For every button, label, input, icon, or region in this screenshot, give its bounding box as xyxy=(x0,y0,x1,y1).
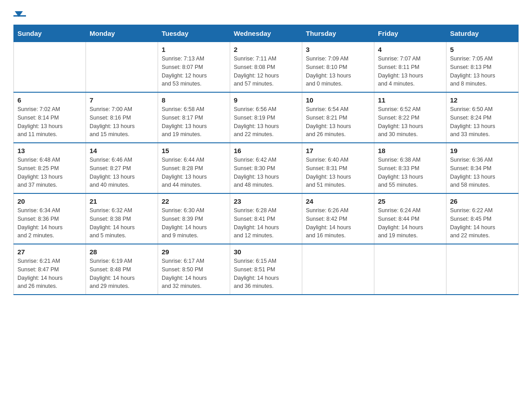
calendar-cell xyxy=(302,244,374,295)
day-number: 7 xyxy=(90,96,154,104)
calendar-cell: 13Sunrise: 6:48 AMSunset: 8:25 PMDayligh… xyxy=(14,143,86,193)
calendar-cell: 16Sunrise: 6:42 AMSunset: 8:30 PMDayligh… xyxy=(230,143,302,193)
calendar-week-row: 27Sunrise: 6:21 AMSunset: 8:47 PMDayligh… xyxy=(14,244,519,295)
day-number: 26 xyxy=(450,197,515,205)
day-number: 8 xyxy=(162,96,226,104)
header-wednesday: Wednesday xyxy=(230,25,302,42)
calendar-cell: 27Sunrise: 6:21 AMSunset: 8:47 PMDayligh… xyxy=(14,244,86,295)
day-number: 19 xyxy=(450,147,515,154)
day-number: 22 xyxy=(162,197,226,205)
day-number: 13 xyxy=(17,147,82,154)
calendar-cell: 29Sunrise: 6:17 AMSunset: 8:50 PMDayligh… xyxy=(158,244,230,295)
day-number: 24 xyxy=(306,197,370,205)
calendar-cell: 17Sunrise: 6:40 AMSunset: 8:31 PMDayligh… xyxy=(302,143,374,193)
day-info: Sunrise: 6:17 AMSunset: 8:50 PMDaylight:… xyxy=(162,257,226,291)
header-thursday: Thursday xyxy=(302,25,374,42)
day-number: 29 xyxy=(162,248,226,256)
calendar-cell: 2Sunrise: 7:11 AMSunset: 8:08 PMDaylight… xyxy=(230,42,302,93)
calendar-cell: 12Sunrise: 6:50 AMSunset: 8:24 PMDayligh… xyxy=(446,92,519,143)
day-info: Sunrise: 6:50 AMSunset: 8:24 PMDaylight:… xyxy=(450,105,515,139)
calendar-cell: 3Sunrise: 7:09 AMSunset: 8:10 PMDaylight… xyxy=(302,42,374,93)
calendar-week-row: 20Sunrise: 6:34 AMSunset: 8:36 PMDayligh… xyxy=(14,193,519,244)
logo-triangle-icon xyxy=(15,11,23,17)
day-number: 3 xyxy=(306,46,370,53)
day-number: 5 xyxy=(450,46,515,53)
day-info: Sunrise: 7:05 AMSunset: 8:13 PMDaylight:… xyxy=(450,55,515,88)
calendar-cell: 20Sunrise: 6:34 AMSunset: 8:36 PMDayligh… xyxy=(14,193,86,244)
day-number: 28 xyxy=(90,248,154,256)
calendar-week-row: 13Sunrise: 6:48 AMSunset: 8:25 PMDayligh… xyxy=(14,143,519,193)
day-info: Sunrise: 6:48 AMSunset: 8:25 PMDaylight:… xyxy=(17,156,82,189)
header-sunday: Sunday xyxy=(14,25,86,42)
day-number: 2 xyxy=(234,46,298,53)
day-info: Sunrise: 6:38 AMSunset: 8:33 PMDaylight:… xyxy=(378,156,442,189)
day-info: Sunrise: 6:32 AMSunset: 8:38 PMDaylight:… xyxy=(90,206,154,240)
calendar-table: SundayMondayTuesdayWednesdayThursdayFrid… xyxy=(13,25,519,295)
calendar-cell: 9Sunrise: 6:56 AMSunset: 8:19 PMDaylight… xyxy=(230,92,302,143)
day-number: 20 xyxy=(17,197,82,205)
calendar-cell: 24Sunrise: 6:26 AMSunset: 8:42 PMDayligh… xyxy=(302,193,374,244)
day-info: Sunrise: 6:26 AMSunset: 8:42 PMDaylight:… xyxy=(306,206,370,240)
day-info: Sunrise: 6:30 AMSunset: 8:39 PMDaylight:… xyxy=(162,206,226,240)
day-info: Sunrise: 6:36 AMSunset: 8:34 PMDaylight:… xyxy=(450,156,515,189)
logo xyxy=(13,9,26,17)
day-info: Sunrise: 7:11 AMSunset: 8:08 PMDaylight:… xyxy=(234,55,298,88)
calendar-cell: 4Sunrise: 7:07 AMSunset: 8:11 PMDaylight… xyxy=(374,42,446,93)
calendar-cell xyxy=(374,244,446,295)
header-saturday: Saturday xyxy=(446,25,519,42)
day-number: 18 xyxy=(378,147,442,154)
calendar-cell: 23Sunrise: 6:28 AMSunset: 8:41 PMDayligh… xyxy=(230,193,302,244)
day-info: Sunrise: 6:42 AMSunset: 8:30 PMDaylight:… xyxy=(234,156,298,189)
calendar-cell: 26Sunrise: 6:22 AMSunset: 8:45 PMDayligh… xyxy=(446,193,519,244)
calendar-cell: 5Sunrise: 7:05 AMSunset: 8:13 PMDaylight… xyxy=(446,42,519,93)
header-monday: Monday xyxy=(86,25,158,42)
day-info: Sunrise: 6:54 AMSunset: 8:21 PMDaylight:… xyxy=(306,105,370,139)
day-number: 17 xyxy=(306,147,370,154)
calendar-week-row: 6Sunrise: 7:02 AMSunset: 8:14 PMDaylight… xyxy=(14,92,519,143)
day-info: Sunrise: 6:28 AMSunset: 8:41 PMDaylight:… xyxy=(234,206,298,240)
day-info: Sunrise: 6:56 AMSunset: 8:19 PMDaylight:… xyxy=(234,105,298,139)
day-number: 27 xyxy=(17,248,82,256)
day-info: Sunrise: 6:52 AMSunset: 8:22 PMDaylight:… xyxy=(378,105,442,139)
header-tuesday: Tuesday xyxy=(158,25,230,42)
day-number: 6 xyxy=(17,96,82,104)
day-info: Sunrise: 6:34 AMSunset: 8:36 PMDaylight:… xyxy=(17,206,82,240)
day-info: Sunrise: 6:24 AMSunset: 8:44 PMDaylight:… xyxy=(378,206,442,240)
day-number: 16 xyxy=(234,147,298,154)
day-number: 1 xyxy=(162,46,226,53)
day-info: Sunrise: 6:15 AMSunset: 8:51 PMDaylight:… xyxy=(234,257,298,291)
calendar-cell: 25Sunrise: 6:24 AMSunset: 8:44 PMDayligh… xyxy=(374,193,446,244)
day-number: 30 xyxy=(234,248,298,256)
day-number: 9 xyxy=(234,96,298,104)
calendar-cell: 19Sunrise: 6:36 AMSunset: 8:34 PMDayligh… xyxy=(446,143,519,193)
day-number: 10 xyxy=(306,96,370,104)
calendar-cell: 8Sunrise: 6:58 AMSunset: 8:17 PMDaylight… xyxy=(158,92,230,143)
day-number: 11 xyxy=(378,96,442,104)
day-info: Sunrise: 6:21 AMSunset: 8:47 PMDaylight:… xyxy=(17,257,82,291)
calendar-cell: 15Sunrise: 6:44 AMSunset: 8:28 PMDayligh… xyxy=(158,143,230,193)
calendar-cell xyxy=(86,42,158,93)
day-info: Sunrise: 6:46 AMSunset: 8:27 PMDaylight:… xyxy=(90,156,154,189)
page-header xyxy=(13,9,519,17)
day-info: Sunrise: 7:02 AMSunset: 8:14 PMDaylight:… xyxy=(17,105,82,139)
day-info: Sunrise: 6:58 AMSunset: 8:17 PMDaylight:… xyxy=(162,105,226,139)
calendar-cell: 11Sunrise: 6:52 AMSunset: 8:22 PMDayligh… xyxy=(374,92,446,143)
day-number: 12 xyxy=(450,96,515,104)
day-info: Sunrise: 7:00 AMSunset: 8:16 PMDaylight:… xyxy=(90,105,154,139)
day-info: Sunrise: 6:40 AMSunset: 8:31 PMDaylight:… xyxy=(306,156,370,189)
day-number: 21 xyxy=(90,197,154,205)
day-number: 14 xyxy=(90,147,154,154)
calendar-cell: 28Sunrise: 6:19 AMSunset: 8:48 PMDayligh… xyxy=(86,244,158,295)
header-friday: Friday xyxy=(374,25,446,42)
calendar-week-row: 1Sunrise: 7:13 AMSunset: 8:07 PMDaylight… xyxy=(14,42,519,93)
day-info: Sunrise: 7:09 AMSunset: 8:10 PMDaylight:… xyxy=(306,55,370,88)
day-number: 4 xyxy=(378,46,442,53)
day-number: 23 xyxy=(234,197,298,205)
day-info: Sunrise: 7:07 AMSunset: 8:11 PMDaylight:… xyxy=(378,55,442,88)
calendar-cell: 7Sunrise: 7:00 AMSunset: 8:16 PMDaylight… xyxy=(86,92,158,143)
calendar-header-row: SundayMondayTuesdayWednesdayThursdayFrid… xyxy=(14,25,519,42)
calendar-cell xyxy=(14,42,86,93)
day-number: 15 xyxy=(162,147,226,154)
day-info: Sunrise: 7:13 AMSunset: 8:07 PMDaylight:… xyxy=(162,55,226,88)
calendar-cell: 30Sunrise: 6:15 AMSunset: 8:51 PMDayligh… xyxy=(230,244,302,295)
